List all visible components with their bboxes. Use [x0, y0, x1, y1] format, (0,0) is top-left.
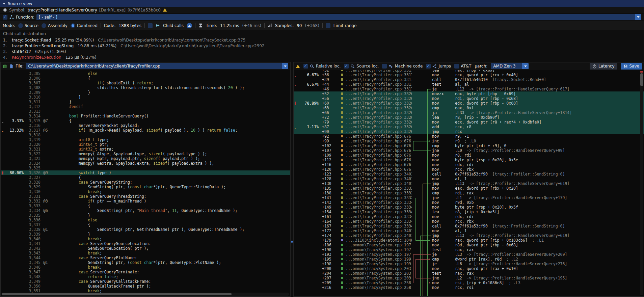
source-line[interactable]: 3,328 case ServerQueryString: — [1, 180, 290, 185]
asm-row[interactable]: +154...ent\TracyProfiler.cpp:3334lear8, … — [294, 210, 644, 214]
att-toggle[interactable]: AT&T — [454, 64, 471, 69]
asm-row[interactable]: +216...ommon\TracySystem.cpp:258movrcx, … — [294, 285, 644, 290]
source-line[interactable]: 3,306 { — [1, 76, 290, 81]
source-line[interactable]: 3,343 break; — [1, 251, 290, 255]
asm-row[interactable]: +79...ent\TracyProfiler.cpp:3326movecx, … — [294, 120, 644, 125]
source-line[interactable]: 80.00%3,326@9 switch( type ) — [1, 170, 290, 175]
asm-row[interactable]: +32...ent\TracyProfiler.cpp:3317learax, … — [294, 70, 644, 73]
source-line[interactable]: 3,305 else — [1, 71, 290, 76]
asm-row[interactable]: +107...ent\TracyProfiler.hpp:676jne.L0 -… — [294, 148, 644, 153]
asm-row[interactable]: +66...ent\TracyProfiler.cpp:3326ja.L33 -… — [294, 110, 644, 115]
source-line[interactable]: 3,336 else — [1, 218, 290, 222]
latency-button[interactable]: Latency — [590, 63, 617, 70]
asm-row[interactable]: +149...ent\TracyProfiler.cpp:3334movbyte… — [294, 205, 644, 210]
radio-source[interactable]: Source — [18, 23, 38, 28]
asm-row[interactable]: +112...ent\TracyProfiler.hpp:676movbyte … — [294, 158, 644, 162]
source-line[interactable]: 3,307 if( shouldExit ) return; — [1, 81, 290, 85]
asm-row[interactable]: 78.89%+60...ent\TracyProfiler.cpp:3326mo… — [294, 101, 644, 106]
att-checkbox[interactable] — [454, 64, 459, 69]
asm-row[interactable]: +174...ent\TracyProfiler.cpp:3401jmp.L13… — [294, 233, 644, 238]
asm-row[interactable]: +39...ent\TracyProfiler.cpp:3317call0x7f… — [294, 77, 644, 82]
radio-source-circle[interactable] — [18, 23, 23, 28]
asm-row[interactable]: +63...ent\TracyProfiler.cpp:3326cmpeax, … — [294, 106, 644, 110]
source-line[interactable]: 3,329 SendString( ptr, (const char*)ptr,… — [1, 185, 290, 189]
radio-assembly[interactable]: Assembly — [42, 23, 68, 28]
asm-row[interactable]: +130...ent\TracyProfiler.cpp:3401jmp.L13… — [294, 181, 644, 186]
source-line[interactable]: 3,331 case ServerQueryThreadString: — [1, 194, 290, 199]
child-call-item[interactable]: 4.KeSynchronizeExecution125 µs (0.27%) — [3, 54, 641, 60]
source-line[interactable]: 3,337 { — [1, 222, 290, 227]
source-line[interactable]: 3,323 memcpy( &ptr, &payload.ptr, sizeof… — [1, 156, 290, 161]
asm-row[interactable]: 6.67%+44...ent\TracyProfiler.cpp:3317tes… — [294, 82, 644, 87]
source-line[interactable]: 3,335 } — [1, 213, 290, 218]
asm-row[interactable]: +161...ent\TracyProfiler.cpp:3334movrdx,… — [294, 214, 644, 219]
asm-row[interactable]: +195...ommon\TracySystem.cpp:199cmpdword… — [294, 257, 644, 262]
source-line[interactable]: 3,341 case ServerQuerySourceLocation: — [1, 241, 290, 246]
titlebar[interactable]: Source view — [0, 0, 644, 7]
source-line[interactable]: 3,311} — [1, 100, 290, 104]
vertical-scrollbar[interactable] — [640, 71, 643, 295]
child-calls-checkbox[interactable] — [148, 23, 153, 28]
source-line[interactable]: 3,330 break; — [1, 189, 290, 194]
asm-row[interactable]: 6.67%+36...ent\TracyProfiler.cpp:3317mov… — [294, 73, 644, 77]
child-call-item[interactable]: 3.stat64i32625 µs (1.36%) — [3, 49, 641, 54]
source-line[interactable]: 3,322 memcpy( &type, &payload.type, size… — [1, 152, 290, 156]
save-button[interactable]: Save — [621, 63, 642, 70]
asm-row[interactable]: +102...ent\TracyProfiler.hpp:676cmpbyte … — [294, 143, 644, 148]
asm-row[interactable]: +72...ent\TracyProfiler.cpp:3326lear8, [… — [294, 115, 644, 120]
horizontal-scrollbar-handle[interactable] — [2, 293, 232, 295]
source-line[interactable]: 3,334@6 SendString( ptr, "Main thread", … — [1, 208, 290, 213]
asm-row[interactable]: +200...ommon\TracySystem.cpp:203movrax, … — [294, 266, 644, 271]
source-line[interactable]: 3,309 } — [1, 90, 290, 95]
source-line[interactable]: 3,344 case ServerQueryPlotName: — [1, 255, 290, 260]
source-line[interactable]: 3,342 SendSourceLocation( ptr ); — [1, 246, 290, 251]
source-line[interactable]: 3.33%3,315@7{ — [1, 118, 290, 123]
source-line[interactable]: 3,324 memcpy( &extra, &payload.extra, si… — [1, 161, 290, 166]
asm-row[interactable]: +99...ent\TracyProfiler.hpp:676incr9 ; .… — [294, 139, 644, 143]
source-line[interactable]: 3,320 uint64_t ptr; — [1, 142, 290, 147]
source-line[interactable]: 3,310 } — [1, 95, 290, 100]
source-line[interactable]: 3,332@3 if( ptr == m_mainThread ) — [1, 199, 290, 204]
asm-row[interactable]: 1.11%+87...ent\TracyProfiler.cpp:3326add… — [294, 125, 644, 129]
machine-code-toggle[interactable]: Machine code — [382, 64, 423, 69]
relative-loc-toggle[interactable]: Relative loc. — [303, 64, 341, 69]
source-line[interactable]: 3,345@1 SendString( ptr, (const char*)pt… — [1, 260, 290, 265]
asm-row[interactable]: +198...ommon\TracySystem.cpp:199je.L6 ->… — [294, 262, 644, 266]
collapse-arrow-icon[interactable] — [3, 3, 5, 5]
asm-row[interactable]: +193...ommon\TracySystem.cpp:197je.L3 ->… — [294, 252, 644, 257]
limit-range-checkbox[interactable] — [326, 23, 330, 28]
asm-row[interactable]: +209...ommon\TracySystem.cpp:258movrsi, … — [294, 280, 644, 285]
source-line[interactable]: 3,340 break; — [1, 237, 290, 241]
asm-row[interactable]: +204...ommon\TracySystem.cpp:203testrax,… — [294, 271, 644, 276]
asm-row[interactable]: +128...ent\TracyProfiler.cpp:3401moval, … — [294, 177, 644, 181]
asm-row[interactable]: +135...ent\TracyProfiler.cpp:3332moveax,… — [294, 186, 644, 191]
source-line[interactable]: 3,338@1 SendString( ptr, GetThreadName( … — [1, 227, 290, 232]
uarch-combo-arrow-icon[interactable] — [522, 63, 529, 69]
function-combo[interactable]: [ - self - ] — [36, 14, 641, 20]
asm-row[interactable]: +116...ent\TracyProfiler.hpp:676movrdx, … — [294, 162, 644, 167]
source-line[interactable]: 3,349 case ServerQueryCallstackFrame: — [1, 279, 290, 284]
function-checkbox[interactable] — [3, 15, 7, 20]
radio-combined-circle[interactable] — [71, 23, 75, 28]
source-line[interactable]: 3,325 — [1, 166, 290, 170]
source-loc-checkbox[interactable] — [344, 64, 349, 69]
source-line[interactable]: 3,316 ServerQueryPacket payload; — [1, 123, 290, 128]
source-line[interactable]: 13.33%3,317@5 if( !m_sock->Read( &payloa… — [1, 128, 290, 133]
asm-row[interactable]: +179....31103\include\atomic:1048movrax,… — [294, 238, 644, 243]
asm-row[interactable]: +172...ent\TracyProfiler.cpp:3401moval, … — [294, 228, 644, 233]
child-call-item[interactable]: 1.tracy::Socket::Read25.25 ms (54.89%)C:… — [3, 37, 641, 43]
vertical-scrollbar-handle[interactable] — [640, 73, 643, 86]
source-line[interactable]: 3,319 uint8_t type; — [1, 137, 290, 142]
asm-row[interactable]: +123...ent\TracyProfiler.cpp:3401call0x7… — [294, 172, 644, 177]
asm-row[interactable]: +92...ent\TracyProfiler.hpp:676movr9, -1 — [294, 134, 644, 139]
source-line[interactable]: 3,346 break; — [1, 265, 290, 270]
machine-code-checkbox[interactable] — [382, 64, 387, 69]
file-combo[interactable]: C:\Users\wolf\Desktop\darkrl\contrib\tra… — [26, 63, 288, 69]
source-line[interactable]: 3,347 case ServerQueryTerminate: — [1, 270, 290, 274]
function-combo-arrow-icon[interactable] — [635, 14, 641, 20]
horizontal-scrollbar[interactable] — [1, 293, 289, 296]
asm-row[interactable]: +141...ent\TracyProfiler.cpp:3332jne.L1 … — [294, 195, 644, 200]
asm-row[interactable]: +167...ent\TracyProfiler.cpp:3334call0x7… — [294, 224, 644, 228]
radio-assembly-circle[interactable] — [42, 23, 46, 28]
asm-row[interactable]: +207...ommon\TracySystem.cpp:203jne.L2 -… — [294, 276, 644, 280]
